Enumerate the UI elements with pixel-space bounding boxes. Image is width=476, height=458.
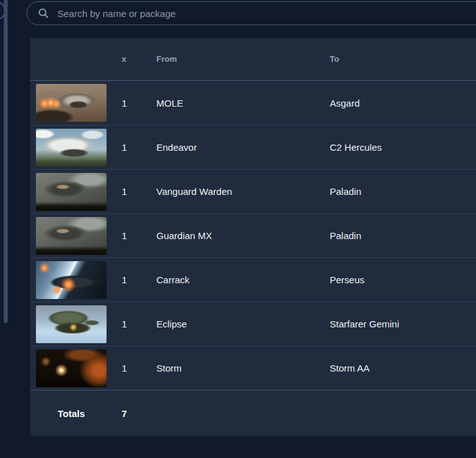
from-ship: Endeavor [147,142,320,153]
totals-label: Totals [30,408,112,419]
qty-value: 1 [112,274,147,285]
from-ship: Storm [147,363,320,373]
ship-thumbnail[interactable] [36,84,107,122]
table-row[interactable]: 1 Storm Storm AA [30,346,476,390]
qty-value: 1 [112,363,147,373]
table-row[interactable]: 1 MOLE Asgard [30,81,476,125]
to-ship: Paladin [320,230,476,241]
search-input[interactable] [56,8,476,20]
ship-thumbnail[interactable] [36,217,107,255]
table-row[interactable]: 1 Vanguard Warden Paladin [30,169,476,213]
to-ship: Starfarer Gemini [320,319,476,329]
from-ship: Guardian MX [147,230,320,241]
column-header-from: From [147,54,320,64]
qty-value: 1 [112,319,147,329]
search-icon [38,8,49,19]
qty-value: 1 [112,98,147,109]
from-ship: Vanguard Warden [147,186,320,197]
fleet-table: x From To 1 MOLE Asgard 1 Endeavor C2 He… [30,38,476,436]
column-header-qty: x [112,54,147,64]
ship-thumbnail[interactable] [36,129,107,167]
column-header-to: To [320,54,476,64]
vertical-scrollbar-thumb[interactable] [4,0,8,323]
ship-thumbnail[interactable] [36,349,107,387]
search-bar[interactable] [26,1,476,25]
ship-thumbnail[interactable] [36,305,107,343]
to-ship: C2 Hercules [320,142,476,153]
from-ship: Carrack [147,274,320,285]
table-header-row: x From To [30,38,476,81]
table-row[interactable]: 1 Eclipse Starfarer Gemini [30,302,476,346]
table-row[interactable]: 1 Guardian MX Paladin [30,213,476,257]
table-row[interactable]: 1 Endeavor C2 Hercules [30,125,476,169]
table-row[interactable]: 1 Carrack Perseus [30,257,476,302]
to-ship: Perseus [320,274,476,285]
to-ship: Storm AA [320,363,476,373]
totals-row: Totals 7 [30,390,476,436]
ship-thumbnail[interactable] [36,173,107,211]
totals-count: 7 [112,408,147,419]
qty-value: 1 [112,186,147,197]
from-ship: MOLE [147,98,320,109]
qty-value: 1 [112,230,147,241]
ship-thumbnail[interactable] [36,261,107,299]
to-ship: Asgard [320,98,476,109]
qty-value: 1 [112,142,147,153]
from-ship: Eclipse [147,319,320,329]
to-ship: Paladin [320,186,476,197]
